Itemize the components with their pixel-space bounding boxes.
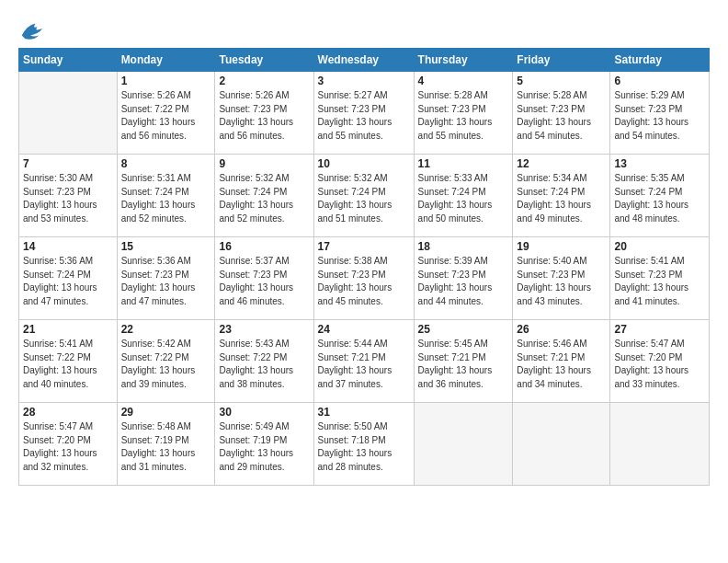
day-number: 4 [418, 75, 509, 87]
day-info: Sunrise: 5:45 AMSunset: 7:21 PMDaylight:… [418, 338, 509, 391]
calendar-day-cell: 28Sunrise: 5:47 AMSunset: 7:20 PMDayligh… [19, 403, 118, 486]
day-number: 20 [614, 240, 705, 253]
day-number: 13 [614, 157, 705, 170]
day-info: Sunrise: 5:40 AMSunset: 7:23 PMDaylight:… [517, 255, 606, 308]
weekday-header-wednesday: Wednesday [313, 49, 414, 72]
day-number: 23 [219, 323, 309, 336]
weekday-header-row: SundayMondayTuesdayWednesdayThursdayFrid… [19, 49, 710, 72]
day-info: Sunrise: 5:34 AMSunset: 7:24 PMDaylight:… [517, 172, 606, 225]
calendar-day-cell: 3Sunrise: 5:27 AMSunset: 7:23 PMDaylight… [313, 72, 414, 155]
day-number: 16 [219, 240, 309, 253]
day-info: Sunrise: 5:46 AMSunset: 7:21 PMDaylight:… [517, 338, 606, 391]
day-info: Sunrise: 5:41 AMSunset: 7:22 PMDaylight:… [23, 338, 113, 391]
calendar-day-cell: 22Sunrise: 5:42 AMSunset: 7:22 PMDayligh… [117, 320, 215, 403]
calendar-day-cell: 7Sunrise: 5:30 AMSunset: 7:23 PMDaylight… [19, 155, 118, 237]
calendar-day-cell: 18Sunrise: 5:39 AMSunset: 7:23 PMDayligh… [414, 237, 513, 320]
day-info: Sunrise: 5:49 AMSunset: 7:19 PMDaylight:… [219, 420, 309, 474]
day-number: 3 [318, 75, 410, 87]
weekday-header-tuesday: Tuesday [215, 49, 313, 72]
weekday-header-monday: Monday [117, 49, 215, 72]
day-info: Sunrise: 5:36 AMSunset: 7:23 PMDaylight:… [121, 255, 211, 308]
calendar-day-cell: 11Sunrise: 5:33 AMSunset: 7:24 PMDayligh… [414, 155, 513, 237]
calendar-day-cell: 31Sunrise: 5:50 AMSunset: 7:18 PMDayligh… [313, 403, 414, 486]
weekday-header-sunday: Sunday [19, 49, 118, 72]
calendar-day-cell: 26Sunrise: 5:46 AMSunset: 7:21 PMDayligh… [513, 320, 610, 403]
day-info: Sunrise: 5:31 AMSunset: 7:24 PMDaylight:… [121, 172, 211, 225]
calendar-day-cell: 29Sunrise: 5:48 AMSunset: 7:19 PMDayligh… [117, 403, 215, 486]
day-info: Sunrise: 5:28 AMSunset: 7:23 PMDaylight:… [418, 89, 509, 143]
calendar-day-cell: 10Sunrise: 5:32 AMSunset: 7:24 PMDayligh… [313, 155, 414, 237]
day-info: Sunrise: 5:37 AMSunset: 7:23 PMDaylight:… [219, 255, 309, 308]
calendar-day-cell: 14Sunrise: 5:36 AMSunset: 7:24 PMDayligh… [19, 237, 118, 320]
day-info: Sunrise: 5:42 AMSunset: 7:22 PMDaylight:… [121, 338, 211, 391]
day-info: Sunrise: 5:26 AMSunset: 7:22 PMDaylight:… [121, 89, 211, 143]
day-info: Sunrise: 5:47 AMSunset: 7:20 PMDaylight:… [614, 338, 705, 391]
day-number: 27 [614, 323, 705, 336]
day-number: 5 [517, 75, 606, 87]
day-info: Sunrise: 5:48 AMSunset: 7:19 PMDaylight:… [121, 420, 211, 474]
calendar-day-cell: 2Sunrise: 5:26 AMSunset: 7:23 PMDaylight… [215, 72, 313, 155]
day-number: 21 [23, 323, 113, 336]
day-number: 2 [219, 75, 309, 87]
day-info: Sunrise: 5:35 AMSunset: 7:24 PMDaylight:… [614, 172, 705, 225]
calendar-day-cell: 24Sunrise: 5:44 AMSunset: 7:21 PMDayligh… [313, 320, 414, 403]
day-number: 15 [121, 240, 211, 253]
calendar-day-cell: 13Sunrise: 5:35 AMSunset: 7:24 PMDayligh… [610, 155, 710, 237]
day-number: 31 [318, 406, 410, 419]
calendar-day-cell: 20Sunrise: 5:41 AMSunset: 7:23 PMDayligh… [610, 237, 710, 320]
calendar-day-cell: 8Sunrise: 5:31 AMSunset: 7:24 PMDaylight… [117, 155, 215, 237]
day-number: 7 [23, 157, 113, 170]
day-info: Sunrise: 5:30 AMSunset: 7:23 PMDaylight:… [23, 172, 113, 225]
day-number: 1 [121, 75, 211, 87]
calendar-day-cell: 30Sunrise: 5:49 AMSunset: 7:19 PMDayligh… [215, 403, 313, 486]
day-number: 19 [517, 240, 606, 253]
day-number: 30 [219, 406, 309, 419]
weekday-header-friday: Friday [513, 49, 610, 72]
calendar-week-row: 7Sunrise: 5:30 AMSunset: 7:23 PMDaylight… [19, 155, 710, 237]
day-info: Sunrise: 5:33 AMSunset: 7:24 PMDaylight:… [418, 172, 509, 225]
day-info: Sunrise: 5:39 AMSunset: 7:23 PMDaylight:… [418, 255, 509, 308]
calendar-day-cell: 15Sunrise: 5:36 AMSunset: 7:23 PMDayligh… [117, 237, 215, 320]
calendar-day-cell: 25Sunrise: 5:45 AMSunset: 7:21 PMDayligh… [414, 320, 513, 403]
day-number: 24 [318, 323, 410, 336]
day-number: 28 [23, 406, 113, 419]
day-info: Sunrise: 5:43 AMSunset: 7:22 PMDaylight:… [219, 338, 309, 391]
day-number: 10 [318, 157, 410, 170]
calendar-day-cell [19, 72, 118, 155]
day-number: 9 [219, 157, 309, 170]
calendar-day-cell: 9Sunrise: 5:32 AMSunset: 7:24 PMDaylight… [215, 155, 313, 237]
day-number: 18 [418, 240, 509, 253]
header [18, 17, 710, 42]
day-info: Sunrise: 5:27 AMSunset: 7:23 PMDaylight:… [318, 89, 410, 143]
logo-bird-icon [18, 17, 44, 42]
day-info: Sunrise: 5:47 AMSunset: 7:20 PMDaylight:… [23, 420, 113, 474]
logo [18, 17, 48, 42]
calendar-week-row: 21Sunrise: 5:41 AMSunset: 7:22 PMDayligh… [19, 320, 710, 403]
calendar-week-row: 1Sunrise: 5:26 AMSunset: 7:22 PMDaylight… [19, 72, 710, 155]
day-info: Sunrise: 5:29 AMSunset: 7:23 PMDaylight:… [614, 89, 705, 143]
calendar-day-cell: 1Sunrise: 5:26 AMSunset: 7:22 PMDaylight… [117, 72, 215, 155]
calendar-day-cell [513, 403, 610, 486]
day-number: 17 [318, 240, 410, 253]
day-info: Sunrise: 5:38 AMSunset: 7:23 PMDaylight:… [318, 255, 410, 308]
day-number: 11 [418, 157, 509, 170]
day-info: Sunrise: 5:26 AMSunset: 7:23 PMDaylight:… [219, 89, 309, 143]
calendar-day-cell: 17Sunrise: 5:38 AMSunset: 7:23 PMDayligh… [313, 237, 414, 320]
calendar-day-cell: 12Sunrise: 5:34 AMSunset: 7:24 PMDayligh… [513, 155, 610, 237]
day-info: Sunrise: 5:36 AMSunset: 7:24 PMDaylight:… [23, 255, 113, 308]
calendar-day-cell: 6Sunrise: 5:29 AMSunset: 7:23 PMDaylight… [610, 72, 710, 155]
page-container: SundayMondayTuesdayWednesdayThursdayFrid… [0, 0, 728, 495]
calendar-day-cell: 23Sunrise: 5:43 AMSunset: 7:22 PMDayligh… [215, 320, 313, 403]
day-info: Sunrise: 5:50 AMSunset: 7:18 PMDaylight:… [318, 420, 410, 474]
day-number: 14 [23, 240, 113, 253]
calendar-day-cell: 5Sunrise: 5:28 AMSunset: 7:23 PMDaylight… [513, 72, 610, 155]
day-number: 25 [418, 323, 509, 336]
day-number: 6 [614, 75, 705, 87]
day-number: 8 [121, 157, 211, 170]
calendar-day-cell: 19Sunrise: 5:40 AMSunset: 7:23 PMDayligh… [513, 237, 610, 320]
day-number: 22 [121, 323, 211, 336]
calendar-day-cell: 4Sunrise: 5:28 AMSunset: 7:23 PMDaylight… [414, 72, 513, 155]
weekday-header-thursday: Thursday [414, 49, 513, 72]
day-info: Sunrise: 5:41 AMSunset: 7:23 PMDaylight:… [614, 255, 705, 308]
calendar-week-row: 28Sunrise: 5:47 AMSunset: 7:20 PMDayligh… [19, 403, 710, 486]
